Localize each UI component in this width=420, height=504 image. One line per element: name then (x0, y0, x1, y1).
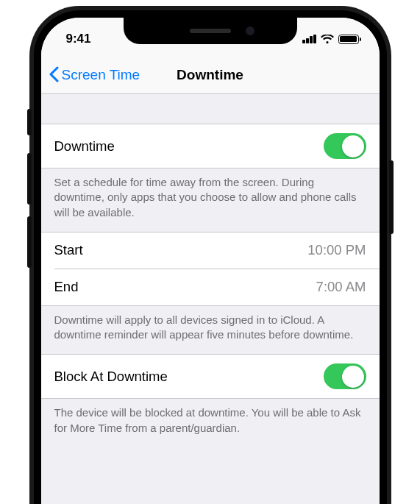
downtime-toggle-cell[interactable]: Downtime (41, 124, 380, 168)
status-time: 9:41 (66, 32, 91, 46)
front-camera (246, 26, 255, 35)
downtime-footer: Set a schedule for time away from the sc… (41, 168, 380, 232)
section-spacer (41, 94, 380, 124)
start-time-cell[interactable]: Start 10:00 PM (41, 232, 380, 269)
mute-switch (27, 109, 32, 135)
power-button (389, 160, 394, 234)
volume-down-button (27, 216, 32, 268)
battery-icon (338, 35, 359, 44)
cellular-signal-icon (302, 35, 316, 44)
speaker-grille (190, 29, 231, 33)
back-button[interactable]: Screen Time (49, 64, 140, 86)
screen: 9:41 (41, 18, 380, 504)
status-indicators (302, 35, 359, 44)
chevron-left-icon (49, 64, 59, 86)
volume-up-button (27, 153, 32, 205)
block-label: Block At Downtime (54, 369, 168, 385)
block-toggle[interactable] (324, 363, 366, 389)
phone-frame: 9:41 (29, 6, 391, 504)
start-label: Start (54, 242, 83, 258)
phone-frame-inner: 9:41 (34, 10, 387, 504)
toggle-knob (342, 366, 364, 388)
schedule-footer: Downtime will apply to all devices signe… (41, 306, 380, 355)
block-toggle-cell[interactable]: Block At Downtime (41, 354, 380, 399)
settings-content: Downtime Set a schedule for time away fr… (41, 94, 380, 447)
navigation-bar: Screen Time Downtime (41, 56, 380, 94)
end-label: End (54, 279, 79, 295)
wifi-icon (321, 35, 334, 44)
end-time-cell[interactable]: End 7:00 AM (41, 269, 380, 306)
page-title: Downtime (177, 67, 243, 83)
downtime-toggle[interactable] (324, 133, 366, 159)
downtime-label: Downtime (54, 138, 115, 155)
back-label: Screen Time (62, 67, 140, 83)
end-value: 7:00 AM (316, 279, 366, 295)
start-value: 10:00 PM (307, 242, 366, 258)
notch (124, 18, 297, 44)
block-footer: The device will be blocked at downtime. … (41, 399, 380, 447)
device-mockup: 9:41 (0, 0, 420, 504)
toggle-knob (342, 135, 364, 157)
